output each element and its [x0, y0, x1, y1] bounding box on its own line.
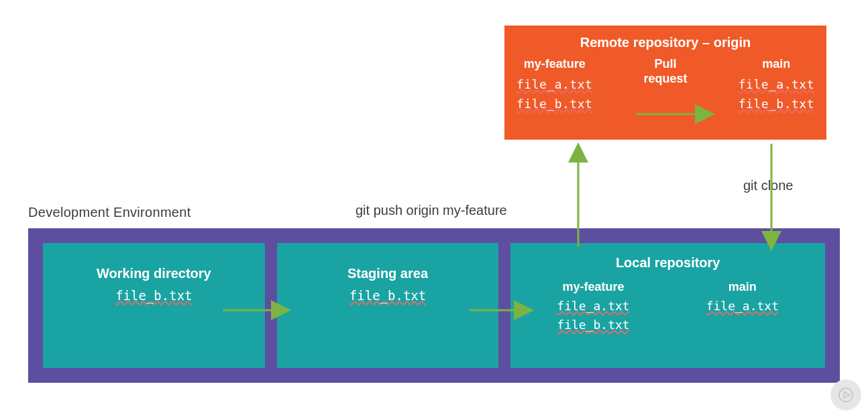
file-name: file_b.txt	[557, 316, 629, 334]
file-name: file_b.txt	[739, 95, 814, 114]
file-name: file_a.txt	[739, 75, 814, 95]
pull-request-label: Pull request	[643, 57, 687, 86]
remote-title: Remote repository – origin	[517, 35, 814, 50]
remote-columns: my-feature file_a.txt file_b.txt Pull re…	[517, 57, 814, 114]
panel-title: Staging area	[285, 266, 491, 281]
local-branch-my-feature: my-feature file_a.txt file_b.txt	[557, 280, 629, 334]
play-icon	[838, 387, 853, 402]
git-push-label: git push origin my-feature	[356, 203, 507, 218]
text: request	[643, 72, 687, 85]
file-name: file_a.txt	[706, 297, 779, 316]
file-name: file_a.txt	[557, 297, 629, 316]
brand-badge	[830, 379, 861, 410]
branch-label: my-feature	[557, 280, 629, 294]
diagram-canvas: Remote repository – origin my-feature fi…	[0, 0, 868, 417]
local-branch-main: main file_a.txt	[706, 280, 779, 334]
panel-title: Working directory	[51, 266, 257, 281]
pull-request-label-group: Pull request	[643, 57, 687, 90]
file-name: file_b.txt	[349, 288, 426, 303]
dev-environment-label: Development Environment	[28, 205, 191, 220]
git-clone-label: git clone	[743, 178, 794, 193]
text: Pull	[654, 57, 676, 71]
remote-branch-main: main file_a.txt file_b.txt	[739, 57, 814, 114]
panel-title: Local repository	[519, 255, 817, 271]
local-columns: my-feature file_a.txt file_b.txt main fi…	[519, 280, 817, 334]
branch-label: main	[706, 280, 779, 294]
working-directory-panel: Working directory file_b.txt	[43, 243, 265, 368]
remote-repository-box: Remote repository – origin my-feature fi…	[504, 26, 826, 140]
file-name: file_b.txt	[115, 288, 192, 303]
remote-branch-my-feature: my-feature file_a.txt file_b.txt	[517, 57, 592, 114]
branch-label: my-feature	[517, 57, 592, 71]
local-repository-panel: Local repository my-feature file_a.txt f…	[510, 243, 825, 368]
development-environment-box: Working directory file_b.txt Staging are…	[28, 228, 840, 383]
branch-label: main	[739, 57, 814, 71]
staging-area-panel: Staging area file_b.txt	[277, 243, 499, 368]
file-name: file_a.txt	[517, 75, 592, 95]
file-name: file_b.txt	[517, 95, 592, 114]
